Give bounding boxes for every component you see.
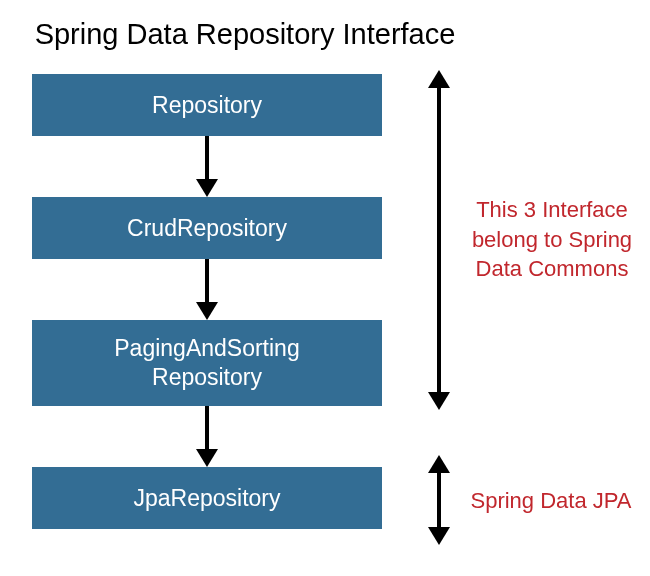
box-jpa-repository-label: JpaRepository [133, 484, 280, 513]
arrow-down-icon [200, 406, 214, 467]
box-crud-repository: CrudRepository [32, 197, 382, 259]
note-spring-data-commons: This 3 Interface belong to Spring Data C… [464, 195, 640, 284]
note-spring-data-jpa: Spring Data JPA [466, 486, 636, 516]
box-crud-repository-label: CrudRepository [127, 214, 287, 243]
box-paging-sorting-repository-label: PagingAndSorting Repository [114, 334, 299, 392]
box-jpa-repository: JpaRepository [32, 467, 382, 529]
box-repository: Repository [32, 74, 382, 136]
box-paging-sorting-repository: PagingAndSorting Repository [32, 320, 382, 406]
arrow-down-icon [200, 259, 214, 320]
box-repository-label: Repository [152, 91, 262, 120]
arrow-down-icon [200, 136, 214, 197]
diagram-title: Spring Data Repository Interface [0, 18, 490, 51]
